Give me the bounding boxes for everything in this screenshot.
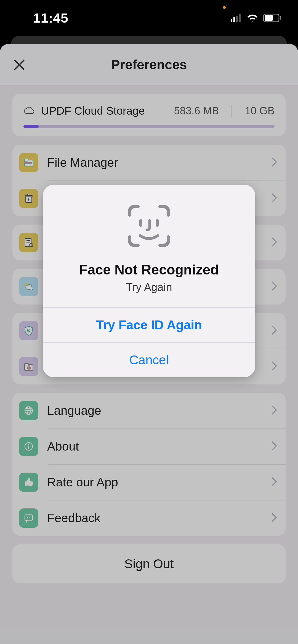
battery-icon: [263, 14, 281, 22]
status-time: 11:45: [33, 10, 68, 26]
face-id-icon: [54, 201, 244, 251]
try-face-id-again-button[interactable]: Try Face ID Again: [43, 307, 255, 342]
svg-rect-5: [265, 15, 273, 21]
svg-rect-3: [239, 14, 241, 22]
alert-subtitle: Try Again: [54, 281, 244, 293]
cellular-signal-icon: [231, 14, 242, 22]
face-id-alert: Face Not Recognized Try Again Try Face I…: [43, 185, 255, 377]
status-indicators: [231, 14, 281, 22]
svg-rect-6: [280, 16, 281, 20]
status-bar: 11:45: [0, 0, 298, 36]
svg-rect-2: [236, 16, 238, 22]
svg-rect-0: [231, 19, 232, 22]
recording-dot-icon: [223, 6, 226, 9]
svg-rect-1: [233, 17, 235, 22]
cancel-button[interactable]: Cancel: [43, 342, 255, 377]
alert-title: Face Not Recognized: [54, 262, 244, 278]
wifi-icon: [247, 14, 258, 22]
